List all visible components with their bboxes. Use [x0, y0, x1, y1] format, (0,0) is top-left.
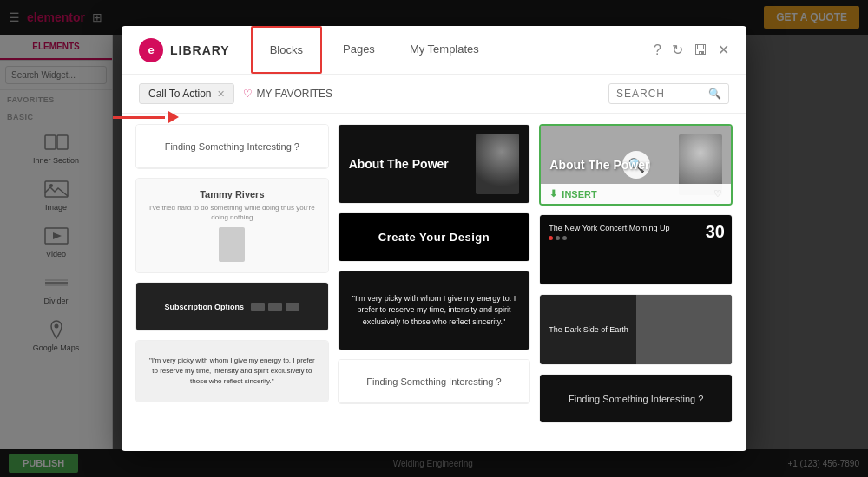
rivers-image: [219, 227, 245, 262]
column-3: About The Power 🔍 ⬇ INSERT: [539, 124, 733, 423]
finding-dark-title: Finding Something Interesting ?: [569, 394, 703, 404]
filter-bar: Call To Action ✕ ♡ MY FAVORITES 🔍: [122, 75, 746, 114]
column-1: Finding Something Interesting ? Tammy Ri…: [135, 124, 329, 423]
sub-btn-1: [251, 303, 265, 311]
template-finding-dark[interactable]: Finding Something Interesting ?: [539, 374, 733, 423]
template-dark-side[interactable]: The Dark Side of Earth: [539, 294, 733, 365]
template-concert[interactable]: The New York Concert Morning Up 30: [539, 214, 733, 285]
concert-card: The New York Concert Morning Up 30: [540, 215, 732, 284]
arrow-indicator: [113, 111, 179, 123]
filter-tag-remove[interactable]: ✕: [217, 88, 225, 100]
search-right: 🔍: [608, 83, 729, 104]
concert-number: 30: [706, 222, 725, 242]
modal-header-actions: ? ↻ 🖫 ✕: [654, 42, 729, 58]
template-finding-white-2[interactable]: Finding Something Interesting ?: [338, 359, 531, 404]
quote-white-text: "I'm very picky with whom I give my ener…: [147, 356, 318, 387]
column-2: About The Power Create Your Design: [338, 124, 531, 423]
finding-white-card-2: Finding Something Interesting ?: [339, 360, 530, 403]
dark-side-image: [636, 295, 732, 364]
modal-overlay: e LIBRARY Blocks Pages My Templates ? ↻ …: [0, 0, 868, 477]
finding-white-card: Finding Something Interesting ?: [136, 125, 328, 168]
close-icon[interactable]: ✕: [718, 42, 729, 58]
sub-label: Subscription Options: [165, 303, 245, 311]
search-icon[interactable]: 🔍: [708, 88, 721, 100]
dark-about-card: About The Power: [339, 125, 530, 203]
dark-side-text: The Dark Side of Earth: [540, 317, 637, 343]
arrow-shaft: [113, 116, 165, 119]
template-quote-white[interactable]: "I'm very picky with whom I give my ener…: [135, 340, 329, 402]
template-funny-rivers[interactable]: Tammy Rivers I've tried hard to do somet…: [135, 178, 329, 273]
quote-dark-card: "I'm very picky with whom I give my ener…: [339, 271, 530, 350]
insert-label: INSERT: [562, 189, 596, 199]
template-dark-about-hover[interactable]: About The Power 🔍 ⬇ INSERT: [539, 124, 733, 206]
active-filter-tag[interactable]: Call To Action ✕: [139, 83, 234, 104]
sub-buttons: [251, 303, 299, 311]
arrow-head: [168, 111, 179, 123]
insert-bar: ⬇ INSERT ♡: [541, 184, 731, 204]
templates-grid: Finding Something Interesting ? Tammy Ri…: [135, 124, 733, 423]
library-modal: e LIBRARY Blocks Pages My Templates ? ↻ …: [122, 26, 746, 451]
modal-body: Finding Something Interesting ? Tammy Ri…: [122, 114, 746, 451]
insert-button[interactable]: ⬇ INSERT: [549, 188, 596, 199]
sub-btn-3: [286, 303, 299, 311]
concert-dots: [549, 236, 723, 240]
download-icon: ⬇: [549, 188, 557, 199]
template-dark-about[interactable]: About The Power: [338, 124, 531, 204]
dark-side-card: The Dark Side of Earth: [540, 295, 732, 364]
template-finding-white-1[interactable]: Finding Something Interesting ?: [135, 124, 329, 169]
rivers-quote: I've tried hard to do something while do…: [147, 203, 318, 222]
tab-pages[interactable]: Pages: [326, 27, 392, 73]
create-design-card: Create Your Design: [339, 213, 530, 261]
help-icon[interactable]: ?: [654, 42, 661, 58]
hover-about-text: About The Power: [549, 158, 672, 172]
quote-dark-text: "I'm very picky with whom I give my ener…: [349, 293, 520, 329]
dot-2: [556, 236, 560, 240]
save-icon[interactable]: 🖫: [694, 42, 707, 58]
filter-tag-label: Call To Action: [148, 88, 212, 100]
dot-3: [562, 236, 567, 240]
about-text: About The Power: [349, 156, 470, 172]
favorite-heart-icon[interactable]: ♡: [713, 188, 722, 199]
heart-icon: ♡: [243, 88, 253, 100]
create-design-title: Create Your Design: [378, 231, 490, 244]
favorites-label: MY FAVORITES: [257, 88, 333, 100]
tab-my-templates[interactable]: My Templates: [392, 27, 496, 73]
library-title: LIBRARY: [170, 43, 230, 57]
template-create-design[interactable]: Create Your Design: [338, 212, 531, 262]
template-quote-dark[interactable]: "I'm very picky with whom I give my ener…: [338, 271, 531, 350]
refresh-icon[interactable]: ↻: [672, 42, 683, 58]
elementor-modal-icon: e: [139, 38, 163, 62]
modal-logo: e LIBRARY: [139, 38, 230, 62]
finding-title-1: Finding Something Interesting ?: [165, 141, 299, 152]
favorites-link[interactable]: ♡ MY FAVORITES: [243, 88, 333, 100]
finding-dark-card: Finding Something Interesting ?: [540, 375, 732, 422]
concert-title: The New York Concert Morning Up: [549, 224, 723, 232]
template-search-input[interactable]: [616, 88, 703, 100]
subscription-card: Subscription Options: [136, 283, 328, 330]
about-image: [476, 134, 519, 194]
quote-white-card: "I'm very picky with whom I give my ener…: [136, 341, 328, 402]
modal-tabs: Blocks Pages My Templates: [247, 26, 636, 77]
funny-rivers-card: Tammy Rivers I've tried hard to do somet…: [136, 179, 328, 272]
rivers-name: Tammy Rivers: [147, 189, 318, 199]
finding-title-2: Finding Something Interesting ?: [366, 376, 501, 387]
tab-blocks[interactable]: Blocks: [251, 26, 322, 74]
template-subscription[interactable]: Subscription Options: [135, 282, 329, 331]
dot-1: [549, 236, 553, 240]
modal-header: e LIBRARY Blocks Pages My Templates ? ↻ …: [122, 26, 746, 75]
sub-btn-2: [268, 303, 282, 311]
